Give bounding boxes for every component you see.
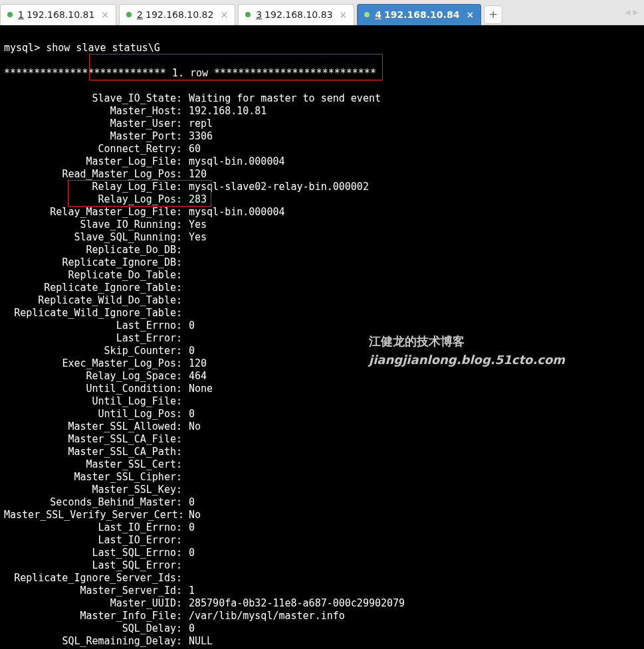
tab-4[interactable]: 4 192.168.10.84 × bbox=[357, 4, 481, 25]
close-icon[interactable]: × bbox=[94, 9, 109, 20]
field-value: 285790fa-0b32-11e8-a687-000c29902079 bbox=[182, 597, 405, 609]
status-row: Master_Port:3306 bbox=[4, 130, 640, 143]
field-value: 0 bbox=[182, 496, 195, 508]
tab-1[interactable]: 1 192.168.10.81 × bbox=[0, 4, 116, 25]
field-value: 120 bbox=[182, 357, 207, 369]
field-label: Replicate_Wild_Do_Table: bbox=[4, 294, 182, 307]
status-row: Slave_IO_State:Waiting for master to sen… bbox=[4, 92, 640, 105]
field-label: Replicate_Wild_Ignore_Table: bbox=[4, 307, 182, 320]
status-dot-icon bbox=[364, 12, 370, 17]
field-value bbox=[182, 269, 189, 281]
field-value: NULL bbox=[182, 635, 213, 647]
field-label: Slave_IO_State: bbox=[4, 92, 182, 105]
status-row: Master_SSL_CA_File: bbox=[4, 433, 640, 446]
field-label: Last_SQL_Errno: bbox=[4, 547, 182, 559]
field-value bbox=[182, 256, 189, 268]
field-label: Master_UUID: bbox=[4, 597, 182, 610]
status-row: Replicate_Do_Table: bbox=[4, 269, 640, 282]
field-label: Until_Log_Pos: bbox=[4, 408, 182, 420]
field-label: Connect_Retry: bbox=[4, 143, 182, 155]
status-row: Master_UUID:285790fa-0b32-11e8-a687-000c… bbox=[4, 597, 640, 610]
status-row: Master_Host:192.168.10.81 bbox=[4, 105, 640, 118]
status-row: Master_SSL_Allowed:No bbox=[4, 420, 640, 433]
field-label: SQL_Remaining_Delay: bbox=[4, 635, 182, 648]
status-row: Slave_IO_Running:Yes bbox=[4, 219, 640, 231]
field-value: 3306 bbox=[182, 130, 213, 142]
status-row: Replicate_Wild_Do_Table: bbox=[4, 294, 640, 307]
terminal-output[interactable]: mysql> show slave status\G *************… bbox=[0, 25, 644, 649]
status-row: Last_Error: bbox=[4, 332, 640, 345]
field-value: 283 bbox=[182, 193, 207, 205]
status-row: Master_User:repl bbox=[4, 118, 640, 130]
field-label: Relay_Log_Pos: bbox=[4, 193, 182, 206]
field-value bbox=[182, 332, 189, 344]
field-label: Master_SSL_CA_Path: bbox=[4, 446, 182, 458]
tab-accelerator: 4 bbox=[375, 9, 381, 20]
field-value: 0 bbox=[182, 408, 195, 420]
status-dot-icon bbox=[245, 12, 251, 17]
field-label: Master_Info_File: bbox=[4, 610, 182, 622]
prompt-line: mysql> show slave status\G bbox=[4, 42, 640, 54]
field-value: Yes bbox=[182, 231, 207, 243]
row-header: *************************** 1. row *****… bbox=[4, 67, 640, 80]
field-label: Exec_Master_Log_Pos: bbox=[4, 357, 182, 370]
status-row: Exec_Master_Log_Pos:120 bbox=[4, 357, 640, 370]
status-row: Last_IO_Errno:0 bbox=[4, 521, 640, 534]
field-label: Master_SSL_Cipher: bbox=[4, 471, 182, 484]
tab-accelerator: 2 bbox=[137, 9, 143, 20]
field-label: Slave_IO_Running: bbox=[4, 219, 182, 231]
field-value: 0 bbox=[182, 320, 195, 331]
status-row: Master_Server_Id:1 bbox=[4, 585, 640, 597]
status-row: Replicate_Ignore_Table: bbox=[4, 282, 640, 294]
status-row: Master_SSL_CA_Path: bbox=[4, 446, 640, 458]
status-row: Until_Log_Pos:0 bbox=[4, 408, 640, 420]
status-row: Relay_Log_File:mysql-slave02-relay-bin.0… bbox=[4, 181, 640, 193]
field-value bbox=[182, 484, 189, 496]
field-value: None bbox=[182, 383, 213, 395]
field-value bbox=[182, 395, 189, 407]
status-row: Replicate_Ignore_DB: bbox=[4, 256, 640, 269]
field-label: Master_Server_Id: bbox=[4, 585, 182, 597]
field-label: Until_Condition: bbox=[4, 383, 182, 395]
field-value: 0 bbox=[182, 622, 195, 634]
field-label: Replicate_Ignore_DB: bbox=[4, 256, 182, 269]
field-value bbox=[182, 307, 189, 319]
close-icon[interactable]: × bbox=[333, 9, 348, 20]
tab-2[interactable]: 2 192.168.10.82 × bbox=[119, 4, 235, 25]
field-label: Master_User: bbox=[4, 118, 182, 130]
field-label: Replicate_Ignore_Server_Ids: bbox=[4, 572, 182, 585]
field-label: Master_SSL_Key: bbox=[4, 484, 182, 496]
scroll-left-icon[interactable]: ◀ bbox=[623, 8, 631, 17]
status-row: Last_SQL_Errno:0 bbox=[4, 547, 640, 559]
field-value bbox=[182, 559, 189, 571]
field-label: Replicate_Do_DB: bbox=[4, 244, 182, 256]
plus-icon: + bbox=[488, 8, 497, 21]
tab-3[interactable]: 3 192.168.10.83 × bbox=[238, 4, 354, 25]
field-label: Slave_SQL_Running: bbox=[4, 231, 182, 244]
field-label: SQL_Delay: bbox=[4, 622, 182, 635]
status-row: Last_SQL_Error: bbox=[4, 559, 640, 572]
field-label: Master_SSL_Verify_Server_Cert: bbox=[4, 509, 182, 521]
field-label: Relay_Log_Space: bbox=[4, 370, 182, 383]
field-value bbox=[182, 471, 189, 483]
close-icon[interactable]: × bbox=[213, 9, 228, 20]
field-value: 0 bbox=[182, 521, 195, 533]
field-value: /var/lib/mysql/master.info bbox=[182, 610, 345, 622]
status-row: Replicate_Ignore_Server_Ids: bbox=[4, 572, 640, 585]
new-tab-button[interactable]: + bbox=[484, 5, 502, 24]
field-value: 0 bbox=[182, 547, 195, 559]
tab-accelerator: 3 bbox=[256, 9, 262, 20]
field-label: Replicate_Ignore_Table: bbox=[4, 282, 182, 294]
field-value: Waiting for master to send event bbox=[182, 92, 381, 104]
field-value: mysql-bin.000004 bbox=[182, 206, 285, 218]
field-value bbox=[182, 446, 189, 458]
scroll-right-icon[interactable]: ▶ bbox=[632, 8, 640, 17]
status-row: Connect_Retry:60 bbox=[4, 143, 640, 155]
close-icon[interactable]: × bbox=[459, 9, 474, 20]
field-value bbox=[182, 534, 189, 546]
field-label: Last_IO_Error: bbox=[4, 534, 182, 547]
status-row: Relay_Log_Pos:283 bbox=[4, 193, 640, 206]
field-value: repl bbox=[182, 118, 213, 130]
field-value bbox=[182, 244, 189, 256]
status-row: Master_SSL_Cipher: bbox=[4, 471, 640, 484]
